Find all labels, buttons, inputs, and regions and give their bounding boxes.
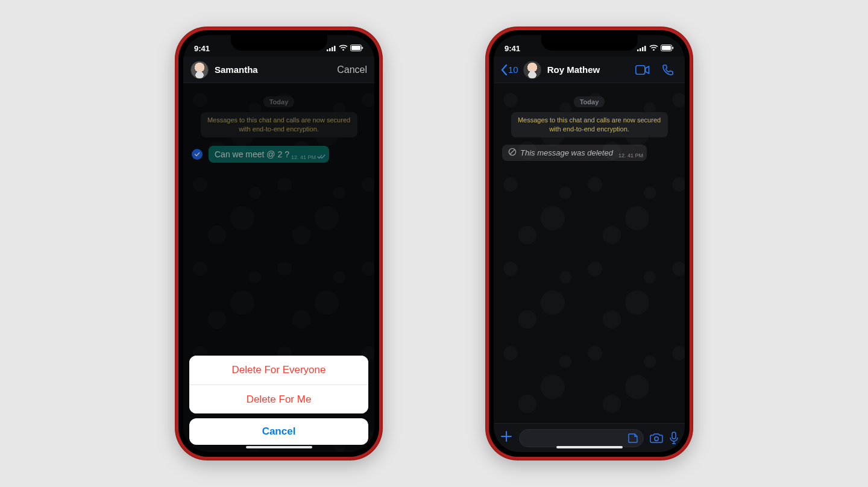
svg-rect-14 — [662, 46, 671, 50]
home-indicator[interactable] — [246, 446, 312, 448]
status-time: 9:41 — [194, 44, 230, 53]
mic-button[interactable] — [669, 432, 679, 445]
prohibited-icon — [508, 148, 517, 158]
read-ticks-icon — [317, 154, 326, 160]
contact-name[interactable]: Roy Mathew — [547, 64, 600, 75]
svg-rect-10 — [642, 47, 644, 51]
message-row[interactable]: Can we meet @ 2 ? 12. 41 PM — [189, 146, 368, 163]
contact-avatar[interactable] — [523, 61, 541, 79]
wifi-icon — [649, 44, 658, 53]
action-sheet-group: Delete For Everyone Delete For Me — [189, 356, 368, 413]
contact-avatar[interactable] — [190, 61, 209, 79]
svg-rect-3 — [334, 46, 336, 51]
battery-icon — [661, 44, 674, 53]
back-button[interactable]: 10 — [501, 64, 518, 75]
notch — [541, 35, 638, 51]
selection-check-icon[interactable] — [192, 149, 203, 160]
svg-point-12 — [653, 49, 655, 51]
encryption-notice: Messages to this chat and calls are now … — [511, 112, 668, 137]
deleted-message-text: This message was deleted — [520, 148, 613, 157]
svg-rect-1 — [329, 48, 331, 51]
message-time: 12. 41 PM — [291, 154, 326, 160]
notch — [231, 35, 327, 51]
phone-right: 9:41 10 Roy Mathew — [485, 27, 693, 460]
cellular-icon — [327, 44, 336, 53]
date-separator: Today — [263, 96, 295, 107]
chat-header: 10 Roy Mathew — [494, 57, 685, 83]
chat-header: Samantha Cancel — [183, 57, 374, 83]
svg-rect-0 — [327, 49, 329, 51]
svg-rect-16 — [636, 65, 645, 74]
phone-left: 9:41 Samantha Cancel Today — [175, 27, 383, 460]
svg-rect-20 — [672, 432, 676, 439]
cancel-selection-button[interactable]: Cancel — [337, 64, 367, 75]
delete-action-sheet: Delete For Everyone Delete For Me Cancel — [189, 356, 368, 445]
svg-rect-15 — [673, 46, 674, 49]
camera-button[interactable] — [650, 433, 663, 444]
cellular-icon — [637, 44, 647, 53]
chat-body: Today Messages to this chat and calls ar… — [183, 83, 374, 452]
svg-line-18 — [510, 149, 515, 154]
video-call-button[interactable] — [632, 65, 653, 75]
attach-button[interactable] — [500, 430, 513, 447]
action-sheet-cancel-button[interactable]: Cancel — [189, 418, 368, 445]
home-indicator[interactable] — [556, 446, 623, 448]
svg-rect-2 — [332, 47, 333, 51]
svg-point-4 — [342, 49, 344, 51]
wifi-icon — [339, 44, 348, 53]
message-input[interactable] — [519, 429, 644, 447]
svg-rect-9 — [640, 48, 641, 51]
message-row[interactable]: This message was deleted 12. 41 PM — [500, 145, 679, 161]
message-text: Can we meet @ 2 ? — [215, 149, 289, 159]
status-time: 9:41 — [505, 44, 541, 53]
unread-count: 10 — [508, 64, 518, 75]
voice-call-button[interactable] — [658, 64, 678, 76]
message-time: 12. 41 PM — [618, 152, 643, 159]
outgoing-message-bubble[interactable]: Can we meet @ 2 ? 12. 41 PM — [209, 146, 329, 163]
contact-name[interactable]: Samantha — [215, 64, 258, 75]
screen-right: 9:41 10 Roy Mathew — [494, 35, 685, 452]
svg-rect-6 — [351, 46, 360, 50]
svg-rect-7 — [362, 46, 363, 49]
battery-icon — [350, 44, 363, 53]
sticker-icon[interactable] — [627, 433, 638, 444]
deleted-message-bubble[interactable]: This message was deleted 12. 41 PM — [502, 145, 647, 161]
delete-for-everyone-button[interactable]: Delete For Everyone — [189, 356, 368, 385]
svg-rect-8 — [637, 49, 639, 51]
encryption-notice: Messages to this chat and calls are now … — [201, 112, 357, 137]
svg-point-19 — [655, 436, 658, 440]
svg-rect-11 — [644, 46, 646, 51]
screen-left: 9:41 Samantha Cancel Today — [183, 35, 374, 452]
chat-body: Today Messages to this chat and calls ar… — [494, 83, 685, 423]
delete-for-me-button[interactable]: Delete For Me — [189, 385, 368, 413]
date-separator: Today — [574, 96, 605, 107]
